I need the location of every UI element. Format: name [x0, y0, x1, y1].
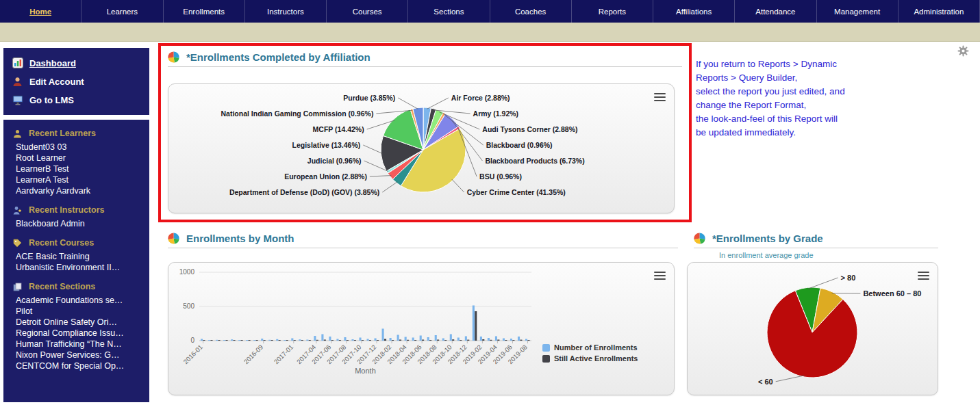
- sidebar-item-centcom-for-special-op[interactable]: CENTCOM for Special Op…: [3, 360, 149, 371]
- sidebar-item-urbanistic-environment-ii[interactable]: Urbanistic Environment II…: [3, 262, 149, 273]
- bar-number-of-enrollments-2018-10[interactable]: [450, 334, 452, 341]
- bar-still-active-enrollments-2016-02[interactable]: [210, 340, 212, 341]
- nav-tab-sections[interactable]: Sections: [408, 0, 490, 23]
- bar-still-active-enrollments-2018-09[interactable]: [444, 340, 447, 341]
- bar-still-active-enrollments-2017-05[interactable]: [324, 340, 326, 341]
- sidebar-item-human-trafficking-the-n[interactable]: Human Trafficking “The N…: [3, 339, 149, 350]
- bar-number-of-enrollments-2018-09[interactable]: [442, 339, 444, 341]
- bar-still-active-enrollments-2017-07[interactable]: [339, 340, 341, 341]
- nav-tab-attendance[interactable]: Attendance: [735, 0, 816, 23]
- bar-still-active-enrollments-2016-06[interactable]: [241, 340, 243, 341]
- bar-number-of-enrollments-2018-02[interactable]: [390, 338, 392, 341]
- bar-number-of-enrollments-2018-07[interactable]: [427, 337, 429, 341]
- bar-number-of-enrollments-2016-04[interactable]: [223, 340, 225, 341]
- nav-tab-instructors[interactable]: Instructors: [245, 0, 327, 23]
- bar-number-of-enrollments-2017-03[interactable]: [306, 340, 308, 341]
- bar-still-active-enrollments-2018-06[interactable]: [422, 340, 424, 341]
- sidebar-item-learnerb-test[interactable]: LearnerB Test: [3, 163, 149, 174]
- bar-number-of-enrollments-2016-11[interactable]: [276, 339, 278, 341]
- sidebar-link-edit-account[interactable]: Edit Account: [3, 73, 149, 91]
- bar-still-active-enrollments-2017-08[interactable]: [347, 340, 349, 341]
- bar-number-of-enrollments-2017-08[interactable]: [344, 337, 346, 341]
- bar-still-active-enrollments-2016-10[interactable]: [271, 340, 273, 341]
- bar-still-active-enrollments-2017-09[interactable]: [354, 340, 356, 341]
- bar-number-of-enrollments-2016-02[interactable]: [208, 340, 210, 341]
- bar-number-of-enrollments-2017-12[interactable]: [375, 339, 377, 341]
- bar-number-of-enrollments-2018-11[interactable]: [457, 338, 460, 341]
- bar-still-active-enrollments-2018-11[interactable]: [460, 340, 462, 341]
- bar-still-active-enrollments-2016-04[interactable]: [225, 340, 227, 341]
- bar-still-active-enrollments-2017-04[interactable]: [316, 340, 318, 341]
- sidebar-item-root-learner[interactable]: Root Learner: [3, 153, 149, 163]
- sidebar-item-academic-foundations-se[interactable]: Academic Foundations se…: [3, 295, 149, 306]
- grade-chart-menu-button[interactable]: [918, 270, 929, 282]
- bar-number-of-enrollments-2017-11[interactable]: [367, 339, 369, 341]
- sidebar-item-blackboard-admin[interactable]: Blackboard Admin: [3, 218, 149, 229]
- bar-number-of-enrollments-2016-06[interactable]: [238, 340, 240, 341]
- bar-still-active-enrollments-2018-04[interactable]: [407, 340, 409, 341]
- sidebar-item-regional-compliance-issu[interactable]: Regional Compliance Issu…: [3, 328, 149, 339]
- bar-still-active-enrollments-2016-09[interactable]: [264, 340, 266, 341]
- nav-tab-learners[interactable]: Learners: [81, 0, 163, 23]
- bar-still-active-enrollments-2018-07[interactable]: [429, 340, 431, 341]
- bar-number-of-enrollments-2019-06[interactable]: [510, 339, 512, 341]
- nav-tab-home[interactable]: Home: [0, 0, 81, 23]
- month-chart-menu-button[interactable]: [654, 270, 666, 282]
- bar-still-active-enrollments-2017-01[interactable]: [294, 340, 296, 341]
- bar-number-of-enrollments-2016-01[interactable]: [201, 339, 203, 341]
- legend-item-still-active-enrollments[interactable]: Still Active Enrollments: [542, 354, 638, 363]
- bar-still-active-enrollments-2019-07[interactable]: [520, 340, 522, 341]
- bar-still-active-enrollments-2018-02[interactable]: [392, 340, 394, 341]
- bar-still-active-enrollments-2017-03[interactable]: [309, 340, 311, 341]
- sidebar-item-nixon-power-services-g[interactable]: Nixon Power Services: G…: [3, 350, 149, 360]
- bar-still-active-enrollments-2019-08[interactable]: [527, 340, 529, 341]
- bar-number-of-enrollments-2018-05[interactable]: [412, 338, 414, 341]
- nav-tab-management[interactable]: Management: [817, 0, 899, 23]
- bar-number-of-enrollments-2019-03[interactable]: [488, 338, 490, 341]
- bar-still-active-enrollments-2017-12[interactable]: [377, 340, 379, 341]
- bar-number-of-enrollments-2016-08[interactable]: [253, 340, 255, 341]
- sidebar-item-aardvarky-aardvark[interactable]: Aardvarky Aardvark: [3, 185, 149, 196]
- bar-still-active-enrollments-2016-03[interactable]: [218, 340, 220, 341]
- bar-still-active-enrollments-2017-02[interactable]: [301, 340, 303, 341]
- bar-number-of-enrollments-2017-02[interactable]: [299, 339, 301, 341]
- bar-still-active-enrollments-2018-01[interactable]: [384, 339, 386, 341]
- bar-number-of-enrollments-2019-04[interactable]: [495, 337, 497, 341]
- bar-number-of-enrollments-2018-04[interactable]: [405, 337, 407, 341]
- nav-tab-affiliations[interactable]: Affiliations: [653, 0, 735, 23]
- bar-number-of-enrollments-2016-12[interactable]: [284, 340, 286, 341]
- bar-number-of-enrollments-2017-09[interactable]: [351, 339, 353, 341]
- bar-still-active-enrollments-2016-08[interactable]: [256, 340, 258, 341]
- bar-still-active-enrollments-2016-11[interactable]: [279, 340, 281, 341]
- bar-still-active-enrollments-2016-05[interactable]: [233, 340, 235, 341]
- bar-number-of-enrollments-2019-07[interactable]: [518, 337, 520, 341]
- bar-still-active-enrollments-2019-05[interactable]: [505, 340, 507, 341]
- affiliation-chart-menu-button[interactable]: [654, 91, 666, 103]
- bar-still-active-enrollments-2016-01[interactable]: [203, 340, 205, 341]
- bar-number-of-enrollments-2019-02[interactable]: [480, 337, 482, 341]
- nav-tab-enrollments[interactable]: Enrollments: [164, 0, 245, 23]
- bar-still-active-enrollments-2018-08[interactable]: [437, 340, 439, 341]
- bar-still-active-enrollments-2016-12[interactable]: [286, 340, 288, 341]
- bar-still-active-enrollments-2019-03[interactable]: [490, 340, 492, 341]
- gear-icon[interactable]: [957, 45, 969, 60]
- bar-still-active-enrollments-2018-12[interactable]: [467, 340, 469, 341]
- bar-number-of-enrollments-2019-01[interactable]: [473, 306, 475, 341]
- sidebar-link-go-to-lms[interactable]: Go to LMS: [3, 91, 149, 109]
- sidebar-item-ace-basic-training[interactable]: ACE Basic Training: [3, 251, 149, 262]
- bar-number-of-enrollments-2017-05[interactable]: [321, 334, 323, 341]
- sidebar-item-detroit-online-safety-ori[interactable]: Detroit Online Safety Ori…: [3, 317, 149, 328]
- bar-still-active-enrollments-2019-06[interactable]: [512, 340, 514, 341]
- bar-number-of-enrollments-2017-01[interactable]: [291, 339, 293, 341]
- bar-number-of-enrollments-2016-09[interactable]: [261, 339, 263, 341]
- bar-number-of-enrollments-2016-03[interactable]: [216, 340, 218, 341]
- bar-number-of-enrollments-2018-01[interactable]: [382, 329, 384, 341]
- bar-number-of-enrollments-2018-08[interactable]: [435, 335, 437, 341]
- bar-number-of-enrollments-2016-07[interactable]: [246, 340, 248, 341]
- sidebar-item-learnera-test[interactable]: LearnerA Test: [3, 174, 149, 185]
- bar-still-active-enrollments-2018-03[interactable]: [399, 340, 401, 341]
- legend-item-number-of-enrollments[interactable]: Number of Enrollments: [542, 343, 638, 352]
- bar-number-of-enrollments-2019-05[interactable]: [503, 339, 505, 341]
- sidebar-item-student03-03[interactable]: Student03 03: [3, 142, 149, 153]
- bar-still-active-enrollments-2019-02[interactable]: [482, 339, 484, 341]
